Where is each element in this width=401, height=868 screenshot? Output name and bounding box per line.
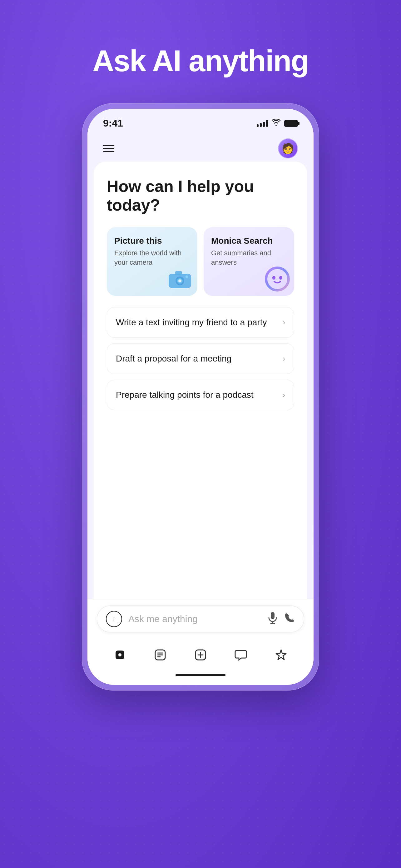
svg-point-7 [272,276,275,280]
svg-point-5 [186,276,188,278]
monica-search-card[interactable]: Monica Search Get summaries and answers [204,227,294,296]
svg-point-6 [266,268,289,290]
nav-bar: 🧑 [88,132,313,161]
svg-rect-4 [175,271,182,275]
phone-shell: 9:41 [82,103,319,690]
home-bar [175,674,226,676]
menu-button[interactable] [103,145,114,152]
tab-messages[interactable] [230,644,252,666]
hamburger-line-3 [103,151,114,152]
phone-icon[interactable] [284,612,295,626]
svg-point-13 [119,653,122,656]
tab-chat[interactable] [149,644,171,666]
suggestion-text-0: Write a text inviting my friend to a par… [116,317,267,328]
main-content: How can I help you today? Picture this E… [94,161,307,599]
tab-add[interactable] [189,644,212,666]
microphone-icon[interactable] [268,612,278,627]
monica-search-subtitle: Get summaries and answers [211,248,287,268]
svg-point-3 [178,279,181,282]
suggestion-text-1: Draft a proposal for a meeting [116,354,231,364]
suggestion-row-2[interactable]: Prepare talking points for a podcast › [107,380,294,410]
svg-point-8 [279,276,282,280]
hamburger-line-2 [103,148,114,149]
input-row: + Ask me anything [97,606,304,632]
suggestion-row-1[interactable]: Draft a proposal for a meeting › [107,343,294,374]
page-title: Ask AI anything [93,44,308,78]
picture-this-title: Picture this [114,236,190,246]
svg-rect-9 [271,612,274,619]
add-button[interactable]: + [106,611,122,627]
avatar[interactable]: 🧑 [278,138,298,158]
picture-this-card[interactable]: Picture this Explore the world with your… [107,227,197,296]
signal-bars-icon [257,120,268,127]
chevron-right-icon-1: › [282,354,285,363]
picture-this-subtitle: Explore the world with your camera [114,248,190,268]
chevron-right-icon-2: › [282,391,285,399]
greeting-heading: How can I help you today? [107,177,294,215]
status-icons [257,119,298,128]
chevron-right-icon-0: › [282,318,285,327]
wifi-icon [272,119,280,128]
tab-saved[interactable] [270,644,292,666]
tab-bar [88,638,313,669]
camera-icon [167,267,192,291]
monica-orb-icon [264,265,291,293]
battery-icon [284,120,298,127]
feature-cards: Picture this Explore the world with your… [107,227,294,296]
monica-search-title: Monica Search [211,236,287,246]
home-indicator [88,669,313,685]
phone-inner: 9:41 [88,109,313,685]
tab-home[interactable] [109,644,131,666]
status-bar: 9:41 [88,109,313,132]
suggestion-row-0[interactable]: Write a text inviting my friend to a par… [107,307,294,338]
status-time: 9:41 [103,118,123,129]
suggestion-text-2: Prepare talking points for a podcast [116,390,253,400]
bottom-input-area: + Ask me anything [88,599,313,638]
search-input-placeholder[interactable]: Ask me anything [128,614,261,624]
hamburger-line-1 [103,145,114,146]
